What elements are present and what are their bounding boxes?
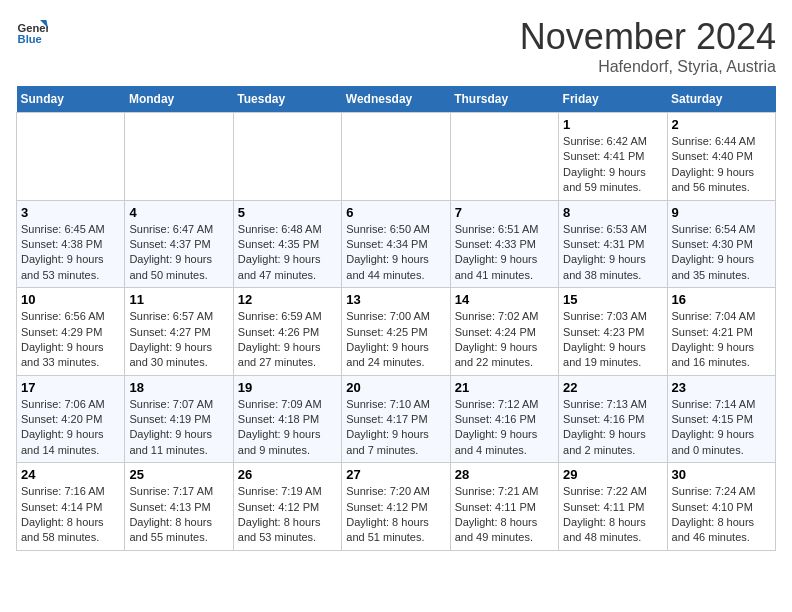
calendar-cell: 2Sunrise: 6:44 AM Sunset: 4:40 PM Daylig… xyxy=(667,113,775,201)
day-info: Sunrise: 6:56 AM Sunset: 4:29 PM Dayligh… xyxy=(21,309,120,371)
day-info: Sunrise: 6:53 AM Sunset: 4:31 PM Dayligh… xyxy=(563,222,662,284)
day-info: Sunrise: 7:03 AM Sunset: 4:23 PM Dayligh… xyxy=(563,309,662,371)
weekday-header-wednesday: Wednesday xyxy=(342,86,450,113)
day-number: 27 xyxy=(346,467,445,482)
day-info: Sunrise: 6:48 AM Sunset: 4:35 PM Dayligh… xyxy=(238,222,337,284)
calendar-cell: 11Sunrise: 6:57 AM Sunset: 4:27 PM Dayli… xyxy=(125,288,233,376)
day-number: 20 xyxy=(346,380,445,395)
calendar-cell: 20Sunrise: 7:10 AM Sunset: 4:17 PM Dayli… xyxy=(342,375,450,463)
calendar-cell xyxy=(342,113,450,201)
day-number: 6 xyxy=(346,205,445,220)
day-info: Sunrise: 7:17 AM Sunset: 4:13 PM Dayligh… xyxy=(129,484,228,546)
calendar-cell: 5Sunrise: 6:48 AM Sunset: 4:35 PM Daylig… xyxy=(233,200,341,288)
calendar-week-row: 10Sunrise: 6:56 AM Sunset: 4:29 PM Dayli… xyxy=(17,288,776,376)
svg-text:Blue: Blue xyxy=(18,33,42,45)
calendar-cell: 10Sunrise: 6:56 AM Sunset: 4:29 PM Dayli… xyxy=(17,288,125,376)
day-info: Sunrise: 7:20 AM Sunset: 4:12 PM Dayligh… xyxy=(346,484,445,546)
day-number: 5 xyxy=(238,205,337,220)
weekday-header-saturday: Saturday xyxy=(667,86,775,113)
day-info: Sunrise: 6:51 AM Sunset: 4:33 PM Dayligh… xyxy=(455,222,554,284)
calendar-cell xyxy=(125,113,233,201)
calendar-table: SundayMondayTuesdayWednesdayThursdayFrid… xyxy=(16,86,776,551)
day-info: Sunrise: 7:02 AM Sunset: 4:24 PM Dayligh… xyxy=(455,309,554,371)
day-number: 17 xyxy=(21,380,120,395)
day-info: Sunrise: 7:19 AM Sunset: 4:12 PM Dayligh… xyxy=(238,484,337,546)
calendar-cell: 22Sunrise: 7:13 AM Sunset: 4:16 PM Dayli… xyxy=(559,375,667,463)
weekday-header-thursday: Thursday xyxy=(450,86,558,113)
day-number: 2 xyxy=(672,117,771,132)
logo: General Blue xyxy=(16,16,48,48)
day-info: Sunrise: 7:09 AM Sunset: 4:18 PM Dayligh… xyxy=(238,397,337,459)
day-info: Sunrise: 7:24 AM Sunset: 4:10 PM Dayligh… xyxy=(672,484,771,546)
day-number: 24 xyxy=(21,467,120,482)
day-info: Sunrise: 7:07 AM Sunset: 4:19 PM Dayligh… xyxy=(129,397,228,459)
day-info: Sunrise: 7:06 AM Sunset: 4:20 PM Dayligh… xyxy=(21,397,120,459)
day-number: 1 xyxy=(563,117,662,132)
calendar-cell: 26Sunrise: 7:19 AM Sunset: 4:12 PM Dayli… xyxy=(233,463,341,551)
day-number: 9 xyxy=(672,205,771,220)
day-number: 8 xyxy=(563,205,662,220)
day-info: Sunrise: 6:50 AM Sunset: 4:34 PM Dayligh… xyxy=(346,222,445,284)
day-info: Sunrise: 6:59 AM Sunset: 4:26 PM Dayligh… xyxy=(238,309,337,371)
calendar-cell: 6Sunrise: 6:50 AM Sunset: 4:34 PM Daylig… xyxy=(342,200,450,288)
calendar-cell: 27Sunrise: 7:20 AM Sunset: 4:12 PM Dayli… xyxy=(342,463,450,551)
day-number: 3 xyxy=(21,205,120,220)
day-number: 12 xyxy=(238,292,337,307)
day-info: Sunrise: 7:00 AM Sunset: 4:25 PM Dayligh… xyxy=(346,309,445,371)
day-info: Sunrise: 6:42 AM Sunset: 4:41 PM Dayligh… xyxy=(563,134,662,196)
calendar-cell: 14Sunrise: 7:02 AM Sunset: 4:24 PM Dayli… xyxy=(450,288,558,376)
day-info: Sunrise: 6:57 AM Sunset: 4:27 PM Dayligh… xyxy=(129,309,228,371)
day-number: 18 xyxy=(129,380,228,395)
day-number: 19 xyxy=(238,380,337,395)
day-number: 22 xyxy=(563,380,662,395)
calendar-cell: 12Sunrise: 6:59 AM Sunset: 4:26 PM Dayli… xyxy=(233,288,341,376)
page-header: General Blue November 2024 Hafendorf, St… xyxy=(16,16,776,76)
day-info: Sunrise: 7:14 AM Sunset: 4:15 PM Dayligh… xyxy=(672,397,771,459)
calendar-cell xyxy=(233,113,341,201)
day-info: Sunrise: 7:04 AM Sunset: 4:21 PM Dayligh… xyxy=(672,309,771,371)
calendar-cell: 30Sunrise: 7:24 AM Sunset: 4:10 PM Dayli… xyxy=(667,463,775,551)
day-info: Sunrise: 6:45 AM Sunset: 4:38 PM Dayligh… xyxy=(21,222,120,284)
day-info: Sunrise: 7:21 AM Sunset: 4:11 PM Dayligh… xyxy=(455,484,554,546)
calendar-cell: 29Sunrise: 7:22 AM Sunset: 4:11 PM Dayli… xyxy=(559,463,667,551)
day-number: 15 xyxy=(563,292,662,307)
logo-icon: General Blue xyxy=(16,16,48,48)
day-number: 7 xyxy=(455,205,554,220)
calendar-cell: 16Sunrise: 7:04 AM Sunset: 4:21 PM Dayli… xyxy=(667,288,775,376)
day-number: 29 xyxy=(563,467,662,482)
day-info: Sunrise: 6:54 AM Sunset: 4:30 PM Dayligh… xyxy=(672,222,771,284)
calendar-cell: 9Sunrise: 6:54 AM Sunset: 4:30 PM Daylig… xyxy=(667,200,775,288)
day-number: 23 xyxy=(672,380,771,395)
calendar-cell: 8Sunrise: 6:53 AM Sunset: 4:31 PM Daylig… xyxy=(559,200,667,288)
calendar-week-row: 17Sunrise: 7:06 AM Sunset: 4:20 PM Dayli… xyxy=(17,375,776,463)
day-info: Sunrise: 7:13 AM Sunset: 4:16 PM Dayligh… xyxy=(563,397,662,459)
day-number: 13 xyxy=(346,292,445,307)
calendar-week-row: 24Sunrise: 7:16 AM Sunset: 4:14 PM Dayli… xyxy=(17,463,776,551)
title-area: November 2024 Hafendorf, Styria, Austria xyxy=(520,16,776,76)
calendar-cell: 3Sunrise: 6:45 AM Sunset: 4:38 PM Daylig… xyxy=(17,200,125,288)
weekday-header-friday: Friday xyxy=(559,86,667,113)
day-info: Sunrise: 7:12 AM Sunset: 4:16 PM Dayligh… xyxy=(455,397,554,459)
calendar-cell: 25Sunrise: 7:17 AM Sunset: 4:13 PM Dayli… xyxy=(125,463,233,551)
month-title: November 2024 xyxy=(520,16,776,58)
calendar-cell: 23Sunrise: 7:14 AM Sunset: 4:15 PM Dayli… xyxy=(667,375,775,463)
svg-text:General: General xyxy=(18,22,48,34)
calendar-cell: 4Sunrise: 6:47 AM Sunset: 4:37 PM Daylig… xyxy=(125,200,233,288)
weekday-header-monday: Monday xyxy=(125,86,233,113)
calendar-week-row: 3Sunrise: 6:45 AM Sunset: 4:38 PM Daylig… xyxy=(17,200,776,288)
calendar-cell: 1Sunrise: 6:42 AM Sunset: 4:41 PM Daylig… xyxy=(559,113,667,201)
day-info: Sunrise: 7:16 AM Sunset: 4:14 PM Dayligh… xyxy=(21,484,120,546)
day-number: 11 xyxy=(129,292,228,307)
day-number: 4 xyxy=(129,205,228,220)
calendar-cell: 15Sunrise: 7:03 AM Sunset: 4:23 PM Dayli… xyxy=(559,288,667,376)
calendar-cell: 17Sunrise: 7:06 AM Sunset: 4:20 PM Dayli… xyxy=(17,375,125,463)
calendar-cell: 7Sunrise: 6:51 AM Sunset: 4:33 PM Daylig… xyxy=(450,200,558,288)
day-info: Sunrise: 7:22 AM Sunset: 4:11 PM Dayligh… xyxy=(563,484,662,546)
day-info: Sunrise: 6:44 AM Sunset: 4:40 PM Dayligh… xyxy=(672,134,771,196)
calendar-cell: 13Sunrise: 7:00 AM Sunset: 4:25 PM Dayli… xyxy=(342,288,450,376)
calendar-week-row: 1Sunrise: 6:42 AM Sunset: 4:41 PM Daylig… xyxy=(17,113,776,201)
day-number: 10 xyxy=(21,292,120,307)
calendar-cell xyxy=(450,113,558,201)
calendar-header-row: SundayMondayTuesdayWednesdayThursdayFrid… xyxy=(17,86,776,113)
calendar-cell: 24Sunrise: 7:16 AM Sunset: 4:14 PM Dayli… xyxy=(17,463,125,551)
